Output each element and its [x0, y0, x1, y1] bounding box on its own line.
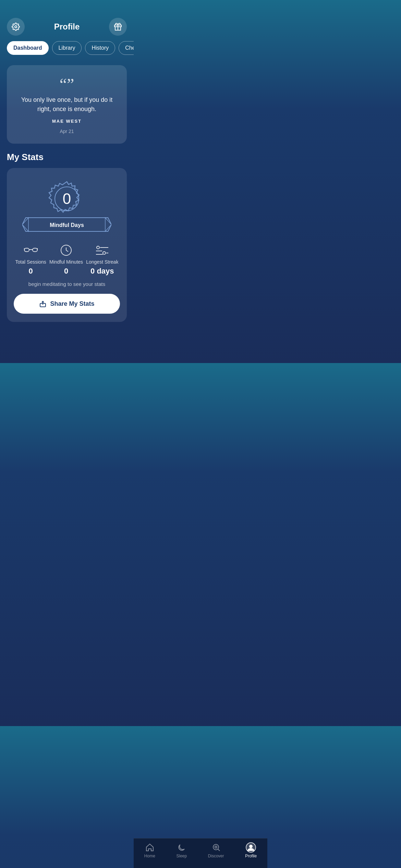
page-header: Profile: [0, 15, 134, 41]
ribbon: Mindful Days: [22, 216, 111, 233]
tab-library[interactable]: Library: [52, 41, 82, 55]
mindful-minutes-stat: Mindful Minutes 0: [49, 243, 83, 276]
glasses-icon: [24, 243, 38, 257]
tab-checkins[interactable]: Check-Ins: [119, 41, 134, 55]
total-sessions-stat: Total Sessions 0: [15, 243, 46, 276]
longest-streak-label: Longest Streak: [86, 259, 118, 265]
svg-marker-6: [105, 218, 111, 231]
badge-circle: 0: [46, 178, 87, 219]
svg-point-19: [103, 252, 106, 254]
quote-date: Apr 21: [16, 129, 117, 134]
longest-streak-stat: Longest Streak 0 days: [86, 243, 118, 276]
clock-icon: [60, 243, 72, 257]
svg-line-15: [66, 250, 68, 252]
share-icon: [39, 300, 47, 308]
quote-author: MAE WEST: [16, 119, 117, 124]
share-stats-label: Share My Stats: [50, 300, 94, 308]
gift-button[interactable]: [109, 18, 127, 36]
svg-text:Mindful Days: Mindful Days: [50, 222, 84, 228]
mindful-days-value: 0: [63, 190, 71, 207]
total-sessions-value: 0: [29, 267, 33, 276]
tab-history[interactable]: History: [85, 41, 115, 55]
stats-row: Total Sessions 0 Mindful Minutes 0: [14, 243, 120, 276]
svg-point-16: [97, 246, 99, 249]
total-sessions-label: Total Sessions: [15, 259, 46, 265]
mindful-minutes-label: Mindful Minutes: [49, 259, 83, 265]
tab-dashboard[interactable]: Dashboard: [7, 41, 49, 55]
svg-marker-5: [22, 218, 28, 231]
stats-card: 0 Mindful Days: [7, 168, 127, 322]
quote-mark-icon: “”: [16, 76, 117, 93]
share-stats-button[interactable]: Share My Stats: [14, 294, 120, 314]
svg-line-11: [24, 248, 24, 250]
longest-streak-value: 0 days: [90, 267, 114, 276]
begin-hint: begin meditating to see your stats: [14, 281, 120, 287]
page-title: Profile: [54, 22, 80, 32]
settings-button[interactable]: [7, 18, 25, 36]
my-stats-label: My Stats: [0, 152, 134, 168]
quote-text: You only live once, but if you do it rig…: [16, 95, 117, 114]
svg-rect-8: [24, 248, 29, 252]
streak-icon: [96, 243, 108, 257]
svg-point-0: [15, 26, 17, 28]
tabs-row: Dashboard Library History Check-Ins: [0, 41, 134, 62]
mindful-minutes-value: 0: [64, 267, 68, 276]
quote-card: “” You only live once, but if you do it …: [7, 65, 127, 144]
svg-rect-9: [33, 248, 37, 252]
mindful-days-badge: 0 Mindful Days: [14, 178, 120, 233]
